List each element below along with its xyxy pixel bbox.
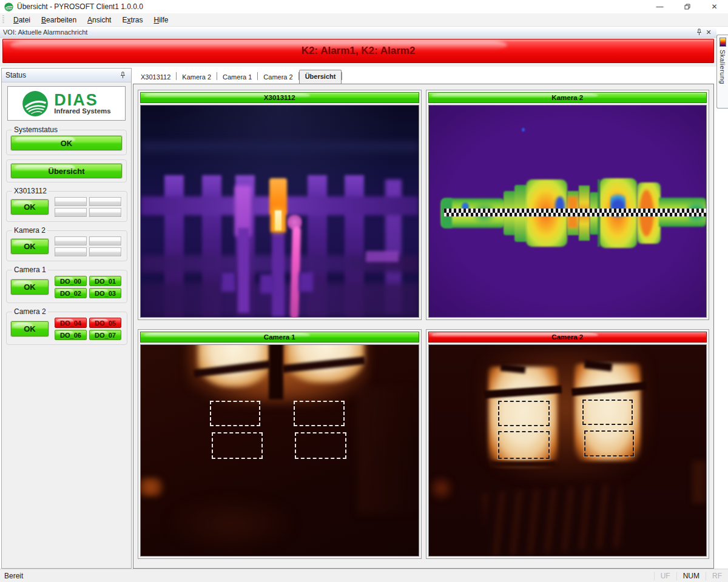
output-slot: [89, 197, 121, 206]
menu-datei[interactable]: Datei: [8, 14, 36, 26]
thermal-shape: [357, 387, 419, 513]
tab-camera1[interactable]: Camera 1: [217, 71, 257, 84]
window-title: Übersicht - PYROSOFT Client1 1.0.0.0: [17, 2, 143, 11]
output-slot: [89, 247, 121, 256]
restore-button[interactable]: [673, 0, 701, 13]
thermal-shape: [490, 461, 556, 467]
dias-logo-icon: [22, 90, 49, 117]
alarm-panel-header: VOI: Aktuelle Alarmnachricht ✕: [0, 27, 716, 38]
menu-ansicht[interactable]: Ansicht: [82, 14, 116, 26]
thermal-image-kamera2: [428, 105, 707, 318]
do-button[interactable]: DO_05: [89, 318, 121, 328]
do-button[interactable]: DO_00: [55, 276, 87, 286]
thermal-shape: [269, 344, 283, 400]
indicator-rf: RF: [706, 572, 728, 580]
menu-hilfe[interactable]: Hilfe: [149, 14, 174, 26]
do-button[interactable]: DO_04: [55, 318, 87, 328]
thermal-image-x3013112: [140, 105, 419, 318]
statusbar-message: Bereit: [0, 572, 654, 580]
camera-panel-x3013112[interactable]: X3013112: [138, 90, 422, 320]
measurement-line: [444, 213, 706, 217]
do-button[interactable]: DO_07: [89, 330, 121, 340]
alarm-banner: K2: Alarm1, K2: Alarm2: [2, 39, 714, 63]
measurement-line: [444, 209, 706, 213]
roi-rectangle[interactable]: [584, 430, 634, 457]
sidebar-header: Status: [2, 69, 131, 82]
pin-icon[interactable]: [694, 28, 704, 36]
thermal-shape: [482, 484, 625, 557]
uebersicht-button[interactable]: Übersicht: [11, 164, 122, 178]
close-button[interactable]: ✕: [701, 0, 728, 13]
group-label: Kamera 2: [12, 226, 47, 235]
panel-header: Kamera 2: [428, 92, 707, 103]
do-button[interactable]: DO_06: [55, 330, 87, 340]
sidebar-title: Status: [5, 71, 118, 79]
camera2-ok-button[interactable]: OK: [11, 321, 49, 336]
status-sidebar: Status DIAS Infrared Systems Systemstatu…: [1, 68, 132, 569]
do-button[interactable]: DO_01: [89, 276, 121, 286]
do-button[interactable]: DO_02: [55, 288, 87, 298]
menu-bearbeiten[interactable]: Bearbeiten: [36, 14, 82, 26]
group-systemstatus: Systemstatus OK: [6, 125, 127, 155]
roi-rectangle[interactable]: [294, 401, 345, 426]
alarm-panel-title: VOI: Aktuelle Alarmnachricht: [3, 28, 694, 36]
thermal-shape: [522, 128, 525, 132]
camera-panel-kamera2[interactable]: Kamera 2: [426, 90, 710, 320]
close-panel-icon[interactable]: ✕: [704, 28, 713, 36]
tab-skalierung[interactable]: Skalierung: [716, 35, 728, 109]
minimize-button[interactable]: —: [646, 0, 673, 13]
roi-rectangle[interactable]: [295, 432, 346, 459]
output-slot: [55, 208, 87, 217]
x3013112-ok-button[interactable]: OK: [11, 199, 49, 215]
logo-brand: DIAS: [54, 93, 110, 107]
tab-camera2[interactable]: Camera 2: [258, 71, 298, 84]
systemstatus-ok-button[interactable]: OK: [11, 136, 122, 150]
thermal-image-camera1: [140, 344, 419, 557]
thermal-shape: [692, 461, 706, 503]
thermal-hotspot-core: [275, 210, 281, 230]
camera1-ok-button[interactable]: OK: [11, 279, 49, 295]
thermal-hotspot: [269, 178, 287, 214]
group-camera2: Camera 2 OK DO_04 DO_05 DO_06 DO_07: [6, 307, 127, 345]
do-button[interactable]: DO_03: [89, 288, 121, 298]
status-bar: Bereit UF NUM RF: [0, 569, 728, 582]
indicator-uf: UF: [654, 572, 676, 580]
roi-rectangle[interactable]: [498, 401, 550, 426]
pin-icon[interactable]: [118, 71, 127, 79]
camera-panel-camera1[interactable]: Camera 1: [138, 329, 422, 560]
restore-icon: [684, 3, 691, 10]
group-kamera2: Kamera 2 OK: [6, 226, 127, 261]
menu-bar: Datei Bearbeiten Ansicht Extras Hilfe: [0, 13, 728, 27]
roi-rectangle[interactable]: [582, 400, 632, 425]
alarm-message: K2: Alarm1, K2: Alarm2: [302, 45, 416, 57]
thermal-shape: [221, 272, 235, 291]
group-x3013112: X3013112 OK: [6, 187, 127, 222]
indicator-num: NUM: [676, 572, 706, 580]
kamera2-ok-button[interactable]: OK: [11, 239, 49, 254]
output-slot: [55, 197, 87, 206]
overview-grid: X3013112: [133, 84, 714, 569]
group-label: Systemstatus: [12, 125, 59, 134]
thermal-shape: [140, 478, 166, 497]
group-label: Camera 2: [12, 307, 48, 316]
thermal-shape: [260, 275, 274, 293]
panel-header: Camera 2: [428, 332, 707, 343]
logo-subtitle: Infrared Systems: [54, 107, 110, 115]
tab-uebersicht[interactable]: Übersicht: [299, 70, 342, 84]
panel-header: X3013112: [140, 92, 419, 103]
menu-extras[interactable]: Extras: [116, 14, 148, 26]
camera-panel-camera2[interactable]: Camera 2: [426, 329, 710, 560]
roi-rectangle[interactable]: [210, 401, 260, 426]
view-tabbar: X3013112 Kamera 2 Camera 1 Camera 2 Über…: [133, 68, 714, 84]
roi-rectangle[interactable]: [498, 431, 550, 458]
output-slot: [89, 208, 121, 217]
main-area: X3013112 Kamera 2 Camera 1 Camera 2 Über…: [133, 68, 714, 569]
panel-header: Camera 1: [140, 332, 419, 343]
toolbar-grip: [2, 15, 4, 24]
tab-x3013112[interactable]: X3013112: [135, 71, 176, 84]
thermal-shape: [169, 497, 294, 552]
thermal-shape: [299, 272, 313, 291]
skalierung-label: Skalierung: [719, 50, 726, 84]
tab-kamera2[interactable]: Kamera 2: [177, 71, 217, 84]
roi-rectangle[interactable]: [212, 432, 263, 459]
